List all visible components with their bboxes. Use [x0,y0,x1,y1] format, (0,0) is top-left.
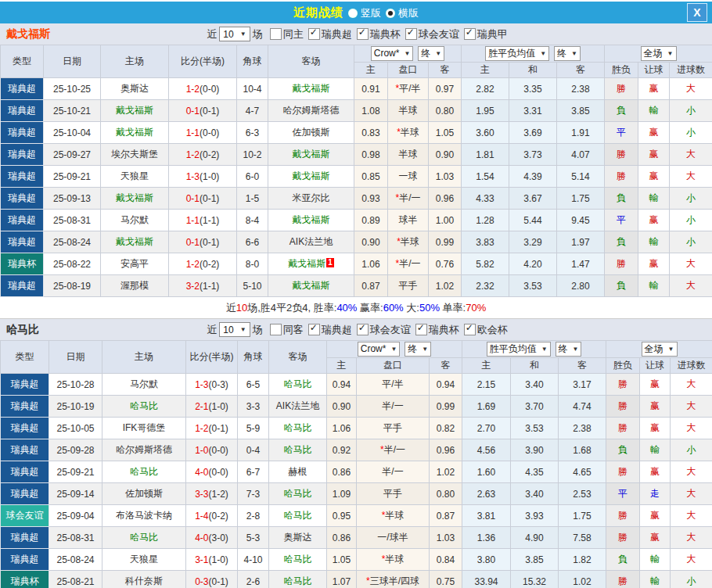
half-time-score: (1-0) [200,171,219,182]
column-header: 客场 [268,45,354,78]
half-time-score: (1-0) [209,401,228,412]
avg-stage-dropdown[interactable]: 终▼ [556,342,582,357]
avg-type-dropdown[interactable]: 胜平负均值▼ [485,46,549,61]
away-team-cell: 奥斯达 [269,527,327,549]
chevron-down-icon: ▼ [571,50,577,57]
away-odds: 0.75 [430,571,462,588]
chevron-down-icon: ▼ [541,346,548,353]
home-team: 马尔默 [120,214,149,225]
same-venue-checkbox-box[interactable] [270,28,282,40]
league-filter-checkbox[interactable]: 球会友谊 [405,27,459,41]
odds-stage-dropdown[interactable]: 终▼ [418,46,444,61]
league-filter-checkbox[interactable]: 瑞典甲 [464,27,508,41]
sub-column-header: 胜负 [606,358,640,374]
league-filter-checkbox-box[interactable] [405,28,417,40]
league-filter-checkbox-box[interactable] [357,324,369,335]
away-odds: 0.80 [430,483,462,505]
league-filter-checkbox[interactable]: 欧会杯 [464,323,508,337]
home-odds: 0.92 [327,439,357,461]
avg-away-odds: 1.47 [557,253,605,275]
same-venue-checkbox[interactable]: 同客 [270,323,304,337]
avg-home-odds: 4.56 [462,439,511,461]
away-team: 哈马比 [284,488,312,499]
league-filter-checkbox[interactable]: 瑞典超 [308,323,352,337]
scope-dropdown[interactable]: 全场▼ [641,46,677,61]
sub-column-header: 让球 [640,358,671,374]
away-team: 戴戈福斯 [293,83,330,94]
league-filter-checkbox-box[interactable] [464,324,476,335]
handicap-result-cell: 赢 [638,122,670,144]
match-count-select[interactable]: 10▼ [219,322,250,337]
handicap-line: 半球 [388,100,429,122]
handicap-result-cell: 輸 [640,571,671,588]
home-team: 渥那模 [120,280,149,291]
odds-stage-dropdown[interactable]: 终▼ [405,342,431,357]
result-cell: 平 [605,210,638,231]
league-filter-checkbox-box[interactable] [357,28,369,40]
odds-group-header: 全场▼ [605,45,712,63]
handicap-text: 平手 [383,422,402,433]
match-date: 25-09-27 [44,144,101,166]
goals-result-cell: 大 [671,396,712,418]
same-venue-checkbox[interactable]: 同主 [270,27,304,41]
sub-column-header: 主 [327,358,357,374]
page-title: 近期战绩 [293,5,343,20]
column-header: 日期 [44,45,101,78]
league-filter-checkbox[interactable]: 球会友谊 [357,323,411,337]
avg-stage-dropdown[interactable]: 终▼ [554,46,581,61]
avg-away-odds: 4.74 [559,396,606,418]
home-odds: 1.06 [327,418,357,439]
avg-draw-odds: 5.44 [509,210,557,231]
league-filter-checkbox[interactable]: 瑞典杯 [415,323,459,337]
odds-source-dropdown[interactable]: Crow*▼ [358,342,401,357]
home-team-cell: 天狼星 [101,166,169,188]
handicap-line: *三球半/四球 [357,571,430,588]
league-filter-checkbox[interactable]: 瑞典超 [308,27,352,41]
goals-result-cell: 大 [671,374,712,396]
goals-result-cell: 大 [671,527,712,549]
odds-source-dropdown[interactable]: Crow*▼ [371,46,414,61]
away-team-cell: AIK法兰地 [268,231,354,253]
column-header: 客场 [269,341,327,374]
avg-stage-dropdown-value: 终 [557,47,566,60]
chevron-down-icon: ▼ [240,326,246,333]
chevron-down-icon: ▼ [404,50,410,57]
same-venue-checkbox-box[interactable] [270,324,282,335]
result-cell: 勝 [606,527,640,549]
league-filter-checkbox[interactable]: 瑞典杯 [357,27,401,41]
match-date: 25-09-21 [44,166,101,188]
home-team-cell: 佐加顿斯 [102,483,186,505]
handicap-line: *半/一 [388,253,429,275]
away-odds: 1.02 [430,461,462,483]
chevron-down-icon: ▼ [390,346,397,353]
vertical-layout-radio[interactable] [348,9,358,18]
league-filter-checkbox-box[interactable] [308,324,320,335]
sub-column-header: 让球 [638,63,670,78]
full-time-score: 1-3 [195,379,208,390]
league-filter-checkbox-box[interactable] [308,28,320,40]
vertical-layout-radio-label: 竖版 [361,7,381,19]
filter-bar: 近10▼场同主瑞典超瑞典杯球会友谊瑞典甲 [204,27,507,41]
away-odds: 1.00 [429,210,462,231]
column-header: 角球 [237,45,268,78]
home-team-cell: 奥斯达 [101,78,169,100]
full-time-score: 1-2 [195,423,208,434]
avg-away-odds: 1.75 [557,188,605,210]
half-time-score: (1-2) [209,489,228,500]
close-icon: X [693,6,700,19]
handicap-line: 半/一 [357,461,430,483]
goals-result-cell: 大 [671,418,712,439]
avg-type-dropdown[interactable]: 胜平负均值▼ [487,342,551,357]
horizontal-layout-radio[interactable] [386,9,395,18]
league-filter-checkbox-box[interactable] [464,28,476,40]
match-count-select[interactable]: 10▼ [219,27,250,41]
avg-draw-odds: 3.93 [511,505,559,527]
league-filter-checkbox-box[interactable] [415,324,427,335]
half-time-score: (1-0) [209,554,228,565]
match-date: 25-08-19 [44,275,101,297]
league-filter-checkbox-label: 瑞典超 [322,27,352,41]
scope-dropdown[interactable]: 全场▼ [642,342,678,357]
table-row: 瑞典超25-10-25奥斯达1-2(0-0)10-4戴戈福斯0.91*平/半0.… [1,78,712,100]
half-time-score: (3-0) [209,532,228,543]
close-button[interactable]: X [687,3,707,22]
